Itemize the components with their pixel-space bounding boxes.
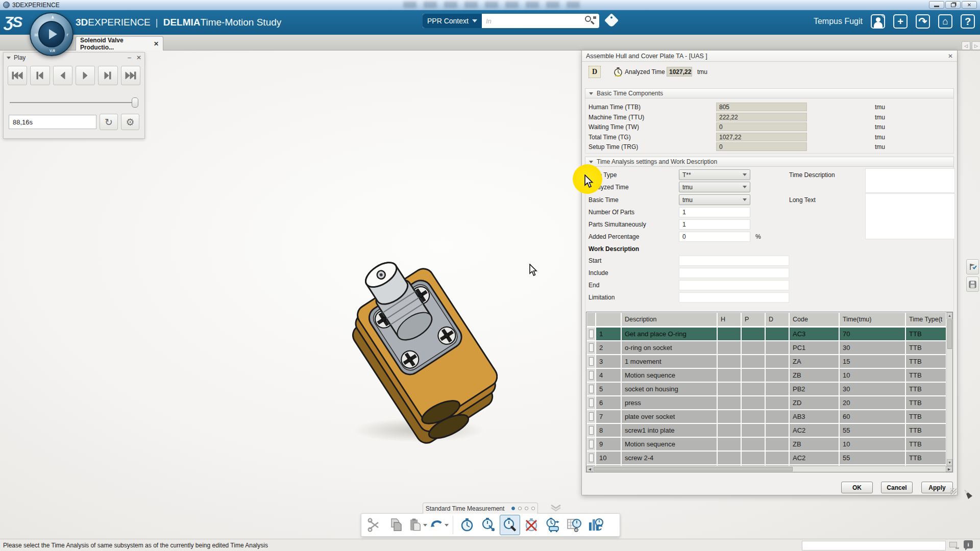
- cancel-button[interactable]: Cancel: [881, 482, 913, 493]
- user-name[interactable]: Tempus Fugit: [814, 17, 863, 26]
- search-icon[interactable]: [584, 15, 596, 27]
- time-analysis-table-settings-button[interactable]: ⚙: [564, 515, 584, 535]
- table-row[interactable]: 8screw1 into plateAC255TTB: [587, 424, 946, 437]
- scroll-thumb[interactable]: [947, 319, 952, 349]
- row-select-box[interactable]: [587, 452, 595, 464]
- work-field-input-end[interactable]: [679, 280, 789, 290]
- paste-button[interactable]: [407, 515, 428, 535]
- number-of-parts-input[interactable]: [679, 207, 750, 217]
- row-select-box[interactable]: [587, 383, 595, 395]
- action-bar-page-dots[interactable]: [511, 507, 535, 510]
- compass-east-label[interactable]: i': [66, 33, 68, 37]
- column-header[interactable]: Time(tmu): [840, 313, 905, 326]
- assign-time-analysis-button[interactable]: [478, 515, 499, 535]
- slider-track[interactable]: [10, 102, 138, 103]
- favorites-heart-icon[interactable]: [550, 504, 561, 512]
- status-command-input[interactable]: [802, 541, 946, 550]
- dialog-titlebar[interactable]: Assemble Hull and Cover Plate TA - [UAS …: [582, 51, 957, 62]
- page-dot[interactable]: [531, 507, 535, 510]
- table-row[interactable]: 2o-ring on socketPC130TTB: [587, 341, 946, 354]
- work-field-input-start[interactable]: [679, 256, 789, 266]
- table-row[interactable]: 1Get and place O-ringAC370TTB: [587, 328, 946, 340]
- delete-time-analysis-button[interactable]: [521, 515, 542, 535]
- compass-south-label[interactable]: V.R: [50, 49, 55, 53]
- scroll-up-icon[interactable]: ▲: [947, 312, 952, 319]
- restore-button[interactable]: [945, 1, 961, 9]
- loop-button[interactable]: ↻: [100, 114, 118, 130]
- row-select-box[interactable]: [587, 328, 595, 340]
- info-bubble-icon[interactable]: i: [964, 540, 973, 548]
- chevron-down-icon[interactable]: [445, 524, 449, 527]
- home-button[interactable]: ⌂: [938, 14, 952, 29]
- close-button[interactable]: ✕: [962, 1, 977, 9]
- next-panel-button[interactable]: ▷: [972, 41, 980, 50]
- add-content-button[interactable]: +: [893, 14, 908, 29]
- share-button[interactable]: ↷: [916, 14, 930, 29]
- step-backward-button[interactable]: [30, 66, 50, 85]
- resize-grip[interactable]: [950, 488, 957, 494]
- minimize-button[interactable]: [929, 1, 944, 9]
- column-header[interactable]: Time Type(t: [906, 313, 946, 326]
- settings-button[interactable]: ⚙: [121, 114, 139, 130]
- message-window-icon[interactable]: [949, 542, 957, 547]
- playback-time-input[interactable]: [9, 115, 96, 129]
- update-time-analysis-button[interactable]: [585, 515, 606, 535]
- create-time-analysis-button[interactable]: [457, 515, 477, 535]
- apply-button[interactable]: Apply: [921, 482, 953, 493]
- table-row[interactable]: 4Motion sequenceZB10TTB: [587, 369, 946, 382]
- slider-handle[interactable]: [132, 97, 138, 108]
- tag-icon[interactable]: [604, 13, 619, 28]
- table-row[interactable]: 10screw 2-4AC255TTB: [587, 452, 946, 464]
- flag-check-tool-button[interactable]: [966, 259, 979, 274]
- 3dexperience-compass[interactable]: ♟ 3D i' V.R: [30, 12, 74, 56]
- row-select-box[interactable]: [587, 341, 595, 354]
- table-vertical-scrollbar[interactable]: ▲ ▼: [946, 312, 952, 466]
- collapse-icon[interactable]: [7, 57, 11, 59]
- row-select-box[interactable]: [587, 410, 595, 423]
- play-backward-button[interactable]: [53, 66, 72, 85]
- column-header[interactable]: Code: [790, 313, 839, 326]
- table-horizontal-scrollbar[interactable]: ◀ ▶: [586, 466, 952, 472]
- page-dot[interactable]: [518, 507, 522, 510]
- section-time-analysis-settings[interactable]: Time Analysis settings and Work Descript…: [585, 157, 954, 167]
- row-select-box[interactable]: [587, 369, 595, 382]
- table-row[interactable]: 7plate over socketAB360TTB: [587, 410, 946, 423]
- work-field-input-include[interactable]: [679, 268, 789, 278]
- machine-time-analysis-button[interactable]: [543, 515, 563, 535]
- compass-play-button[interactable]: [38, 21, 65, 47]
- jump-to-start-button[interactable]: [8, 66, 27, 85]
- page-dot[interactable]: [525, 507, 528, 510]
- jump-to-end-button[interactable]: [121, 66, 140, 85]
- time-type-dropdown[interactable]: T**: [679, 169, 750, 180]
- prev-panel-button[interactable]: ◁: [962, 41, 970, 50]
- table-row[interactable]: 6pressZD20TTB: [587, 396, 946, 409]
- section-basic-time-components[interactable]: Basic Time Components: [585, 88, 954, 98]
- save-tool-button[interactable]: [966, 277, 979, 292]
- parts-simultaneously-input[interactable]: [679, 219, 750, 230]
- row-select-box[interactable]: [587, 355, 595, 368]
- play-button[interactable]: [76, 66, 95, 85]
- tab-solenoid-valve-production[interactable]: Solenoid Valve Productio... ✕: [76, 36, 163, 51]
- playback-slider[interactable]: [10, 97, 138, 108]
- global-search[interactable]: PPR Context: [423, 14, 599, 28]
- search-context-dropdown[interactable]: PPR Context: [423, 14, 482, 28]
- edit-time-analysis-button[interactable]: [500, 515, 520, 535]
- basic-time-unit-dropdown[interactable]: tmu: [679, 194, 750, 205]
- tab-close-icon[interactable]: ✕: [154, 40, 159, 47]
- search-input[interactable]: [482, 17, 584, 25]
- row-select-box[interactable]: [587, 438, 595, 450]
- column-header[interactable]: D: [766, 313, 789, 326]
- work-field-input-limitation[interactable]: [679, 292, 789, 303]
- added-percentage-input[interactable]: [679, 232, 750, 242]
- dialog-close-icon[interactable]: ✕: [948, 53, 953, 60]
- copy-button[interactable]: [386, 515, 406, 535]
- scroll-right-icon[interactable]: ▶: [946, 466, 952, 472]
- cut-button[interactable]: [364, 515, 385, 535]
- scroll-thumb[interactable]: [594, 467, 793, 471]
- row-select-box[interactable]: [587, 424, 595, 437]
- page-dot[interactable]: [511, 507, 515, 510]
- action-bar-tab-standard-time-measurement[interactable]: Standard Time Measurement: [423, 503, 538, 514]
- chevron-down-icon[interactable]: [423, 524, 427, 527]
- column-header[interactable]: Description: [622, 313, 717, 326]
- compass-north-icon[interactable]: ♟: [51, 15, 54, 19]
